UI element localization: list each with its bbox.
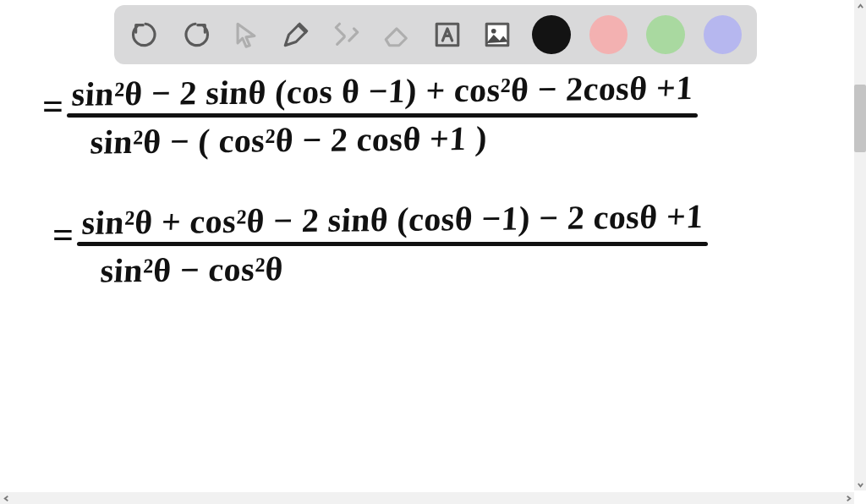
scroll-left-button[interactable] xyxy=(0,492,12,504)
fraction-bar xyxy=(67,113,698,118)
equation-line-1: = sin²θ − 2 sinθ (cos θ −1) + cos²θ − 2c… xyxy=(42,73,698,158)
denominator-2: sin²θ − cos²θ xyxy=(76,246,710,290)
numerator-2: sin²θ + cos²θ − 2 sinθ (cosθ −1) − 2 cos… xyxy=(76,198,710,242)
vertical-scrollbar-thumb[interactable] xyxy=(854,85,866,152)
equation-line-2: = sin²θ + cos²θ − 2 sinθ (cosθ −1) − 2 c… xyxy=(52,201,708,287)
denominator-1: sin²θ − ( cos²θ − 2 cosθ +1 ) xyxy=(66,118,700,162)
vertical-scrollbar-track[interactable] xyxy=(854,0,866,490)
scroll-right-button[interactable] xyxy=(842,492,854,504)
fraction-1: sin²θ − 2 sinθ (cos θ −1) + cos²θ − 2cos… xyxy=(67,73,698,158)
horizontal-scrollbar-track[interactable] xyxy=(0,492,854,504)
equals-sign: = xyxy=(42,85,63,127)
chevron-right-icon xyxy=(845,495,852,502)
fraction-2: sin²θ + cos²θ − 2 sinθ (cosθ −1) − 2 cos… xyxy=(77,201,708,287)
drawing-canvas[interactable]: = sin²θ − 2 sinθ (cos θ −1) + cos²θ − 2c… xyxy=(0,0,858,490)
equals-sign: = xyxy=(52,214,74,255)
chevron-left-icon xyxy=(3,495,10,502)
fraction-bar xyxy=(77,242,708,246)
chevron-down-icon xyxy=(857,481,864,489)
chevron-up-icon xyxy=(857,3,864,10)
scroll-up-button[interactable] xyxy=(854,0,866,12)
scroll-down-button[interactable] xyxy=(854,479,866,490)
numerator-1: sin²θ − 2 sinθ (cos θ −1) + cos²θ − 2cos… xyxy=(66,69,700,113)
